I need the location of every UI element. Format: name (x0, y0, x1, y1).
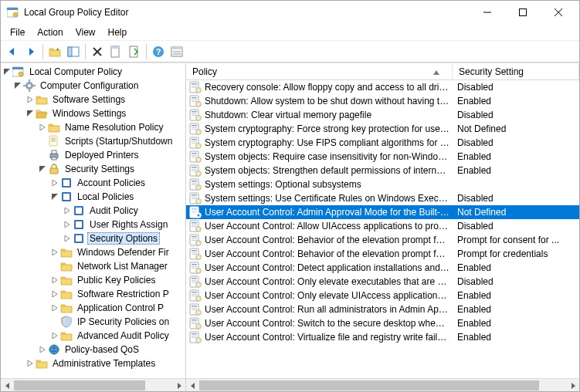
list-item[interactable]: User Account Control: Virtualize file an… (186, 330, 579, 344)
tree-ip-security[interactable]: IP Security Policies on (50, 315, 185, 329)
list-item[interactable]: Shutdown: Clear virtual memory pagefileD… (186, 108, 579, 122)
close-button[interactable] (541, 1, 576, 24)
svg-rect-35 (520, 9, 527, 16)
properties-button[interactable] (107, 43, 124, 60)
tree-advanced-audit[interactable]: Advanced Audit Policy (50, 329, 185, 343)
scroll-left-button[interactable] (1, 379, 14, 391)
menu-file[interactable]: File (4, 25, 31, 39)
expand-icon[interactable] (50, 331, 59, 340)
list-item[interactable]: Shutdown: Allow system to be shut down w… (186, 94, 579, 108)
up-button[interactable] (46, 43, 63, 60)
policy-name: Recovery console: Allow floppy copy and … (205, 82, 449, 93)
expand-icon[interactable] (50, 289, 59, 299)
tree-software-settings[interactable]: Software Settings (25, 93, 185, 106)
folder-icon (60, 246, 73, 259)
list-item[interactable]: User Account Control: Only elevate execu… (186, 275, 579, 289)
menu-view[interactable]: View (70, 25, 102, 39)
list-item[interactable]: Recovery console: Allow floppy copy and … (186, 80, 579, 94)
list-item[interactable]: System objects: Strengthen default permi… (186, 164, 579, 177)
list-item[interactable]: User Account Control: Behavior of the el… (186, 247, 579, 261)
list-h-scrollbar[interactable] (186, 378, 579, 391)
policy-setting: Enabled (453, 151, 579, 162)
expand-icon[interactable] (63, 206, 72, 215)
tree-administrative-templates[interactable]: Administrative Templates (25, 357, 185, 370)
menu-help[interactable]: Help (102, 25, 134, 39)
policy-setting: Disabled (453, 193, 579, 204)
expand-icon[interactable] (25, 359, 35, 368)
tree-user-rights[interactable]: User Rights Assign (63, 218, 185, 231)
tree-deployed-printers[interactable]: Deployed Printers (38, 148, 185, 162)
expand-icon[interactable] (38, 345, 47, 354)
list-item[interactable]: User Account Control: Behavior of the el… (186, 233, 579, 247)
expand-icon[interactable] (63, 220, 72, 229)
expand-icon[interactable] (2, 67, 12, 76)
tree-name-resolution[interactable]: Name Resolution Policy (38, 120, 185, 134)
export-button[interactable] (126, 43, 143, 60)
tree-pane[interactable]: Local Computer Policy Computer Configura… (1, 63, 186, 391)
delete-button[interactable] (89, 43, 106, 60)
list-pane: Policy Security Setting Recovery console… (186, 63, 579, 391)
tree-public-key[interactable]: Public Key Policies (50, 273, 185, 287)
scroll-left-button[interactable] (186, 379, 199, 391)
list-item[interactable]: User Account Control: Run all administra… (186, 302, 579, 316)
list-item[interactable]: User Account Control: Only elevate UIAcc… (186, 289, 579, 302)
policy-setting: Enabled (453, 304, 579, 315)
column-setting[interactable]: Security Setting (453, 64, 579, 79)
menu-action[interactable]: Action (31, 25, 69, 39)
policy-item-icon (189, 331, 202, 343)
tree-application-control[interactable]: Application Control P (50, 301, 185, 315)
filter-button[interactable] (168, 43, 185, 60)
tree-windows-settings[interactable]: Windows Settings (25, 106, 185, 120)
column-policy[interactable]: Policy (186, 64, 453, 79)
forward-button[interactable] (22, 43, 39, 60)
tree-network-list[interactable]: Network List Manager (50, 259, 185, 273)
tree-qos[interactable]: Policy-based QoS (38, 343, 185, 357)
tree-security-options[interactable]: Security Options (63, 231, 185, 245)
tree-software-restriction[interactable]: Software Restriction P (50, 287, 185, 301)
tree-windows-defender[interactable]: Windows Defender Fir (50, 245, 185, 259)
minimize-button[interactable] (470, 1, 505, 24)
tree-label: Application Control P (75, 302, 166, 314)
list-item[interactable]: System cryptography: Force strong key pr… (186, 122, 579, 136)
tree-account-policies[interactable]: Account Policies (50, 176, 185, 190)
tree-computer-configuration[interactable]: Computer Configuration (13, 79, 185, 93)
expand-icon[interactable] (50, 192, 59, 201)
policy-item-icon (189, 95, 202, 107)
tree-root[interactable]: Local Computer Policy (1, 65, 185, 79)
expand-icon[interactable] (38, 123, 47, 132)
expand-icon[interactable] (13, 81, 22, 90)
tree-security-settings[interactable]: Security Settings (38, 162, 185, 176)
list-item[interactable]: System cryptography: Use FIPS compliant … (186, 136, 579, 150)
tree-label: User Rights Assign (87, 218, 170, 231)
expand-icon[interactable] (25, 95, 35, 104)
scroll-thumb[interactable] (199, 380, 539, 390)
expand-icon[interactable] (50, 303, 59, 313)
expand-icon[interactable] (50, 248, 59, 257)
tree-label: Windows Defender Fir (75, 246, 171, 259)
expand-icon[interactable] (50, 275, 59, 285)
list-item[interactable]: User Account Control: Allow UIAccess app… (186, 219, 579, 233)
back-button[interactable] (4, 43, 21, 60)
tree-local-policies[interactable]: Local Policies (50, 190, 185, 204)
tree-h-scrollbar[interactable] (1, 378, 185, 391)
tree-scripts[interactable]: Scripts (Startup/Shutdown (38, 134, 185, 148)
list-item[interactable]: System objects: Require case insensitivi… (186, 150, 579, 164)
scroll-thumb[interactable] (14, 380, 145, 390)
help-button[interactable]: ? (150, 43, 167, 60)
list-item[interactable]: User Account Control: Admin Approval Mod… (186, 205, 579, 219)
scroll-right-button[interactable] (172, 379, 185, 391)
list-item[interactable]: System settings: Optional subsystems (186, 177, 579, 191)
list-body[interactable]: Recovery console: Allow floppy copy and … (186, 80, 579, 378)
expand-icon[interactable] (38, 164, 47, 174)
maximize-button[interactable] (505, 1, 541, 24)
list-item[interactable]: System settings: Use Certificate Rules o… (186, 191, 579, 205)
printer-icon (48, 149, 60, 161)
list-item[interactable]: User Account Control: Detect application… (186, 261, 579, 275)
expand-icon[interactable] (25, 109, 35, 118)
expand-icon[interactable] (50, 178, 59, 188)
show-hide-tree-button[interactable] (65, 43, 82, 60)
scroll-right-button[interactable] (566, 379, 579, 391)
tree-audit-policy[interactable]: Audit Policy (63, 204, 185, 218)
list-item[interactable]: User Account Control: Switch to the secu… (186, 316, 579, 330)
expand-icon[interactable] (63, 234, 72, 243)
